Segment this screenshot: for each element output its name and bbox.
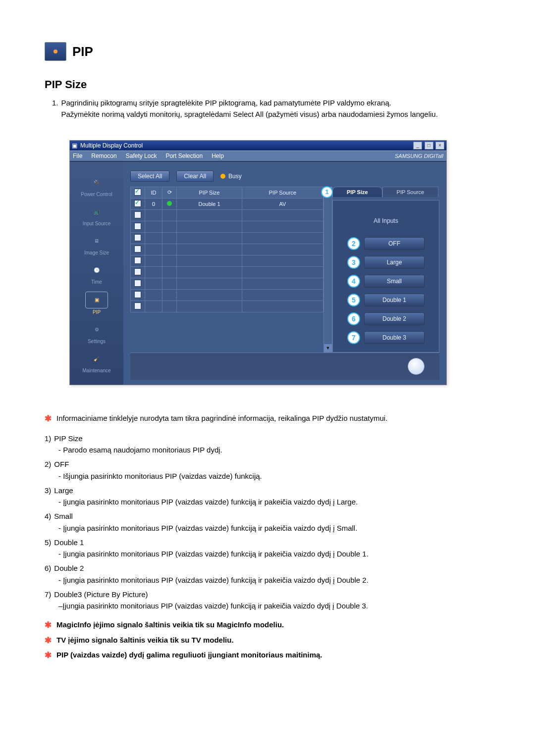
star-icon: ✱: [45, 412, 52, 425]
input-source-icon: 📺: [86, 204, 107, 220]
item-num: 6): [45, 562, 51, 574]
menu-bar: File Remocon Safety Lock Port Selection …: [70, 151, 446, 161]
window-icon: ▣: [72, 142, 77, 149]
option-double3-button[interactable]: Double 3: [364, 331, 425, 344]
col-pip-size: PIP Size: [177, 187, 242, 198]
header-checkbox[interactable]: [134, 189, 141, 196]
sidebar-item-label: Power Control: [74, 192, 119, 197]
callout-6: 6: [347, 312, 360, 325]
sidebar-item-pip[interactable]: ▣ PIP: [74, 292, 119, 315]
sidebar-item-power-control[interactable]: 🔌 Power Control: [74, 175, 119, 197]
row-checkbox[interactable]: [134, 200, 141, 207]
intro-number: 1.: [52, 97, 58, 120]
tab-pip-source[interactable]: PIP Source: [382, 187, 438, 197]
clear-all-button[interactable]: Clear All: [176, 171, 214, 182]
row-checkbox[interactable]: [134, 257, 141, 264]
cell-id: 0: [145, 198, 162, 209]
row-checkbox[interactable]: [134, 280, 141, 287]
item-num: 7): [45, 589, 51, 600]
row-checkbox[interactable]: [134, 234, 141, 241]
note-1: MagicInfo įėjimo signalo šaltinis veikia…: [56, 619, 284, 632]
item-hdr: Double 2: [54, 562, 84, 574]
menu-file[interactable]: File: [73, 152, 82, 159]
sidebar-item-maintenance[interactable]: 🧹 Maintenance: [74, 351, 119, 373]
info-badge-icon: [408, 358, 425, 375]
star-icon: ✱: [45, 619, 52, 632]
maximize-button[interactable]: □: [425, 142, 433, 150]
option-off-button[interactable]: OFF: [364, 237, 425, 250]
sidebar-item-label: PIP: [74, 309, 119, 315]
app-window: ▣ Multiple Display Control _ □ × File Re…: [69, 140, 447, 385]
item-sub: - Įjungia pasirinkto monitoriaus PIP (va…: [58, 522, 357, 534]
intro-line-1: Pagrindinių piktogramų srityje spragtelė…: [61, 97, 438, 108]
sidebar: 🔌 Power Control 📺 Input Source 🖥 Image S…: [70, 162, 123, 385]
callout-1: 1: [321, 186, 333, 198]
window-titlebar: ▣ Multiple Display Control _ □ ×: [70, 141, 446, 151]
tab-pip-size[interactable]: 1 PIP Size: [332, 187, 382, 197]
row-checkbox[interactable]: [134, 291, 141, 298]
intro-line-2: Pažymėkite norimą valdyti monitorių, spr…: [61, 108, 438, 120]
row-checkbox[interactable]: [134, 302, 141, 309]
sidebar-item-input-source[interactable]: 📺 Input Source: [74, 204, 119, 226]
busy-dot-icon: [220, 174, 225, 179]
grid-scrollbar[interactable]: ▲ ▼: [323, 187, 332, 353]
item-num: 4): [45, 510, 51, 522]
table-row[interactable]: [131, 301, 323, 312]
sidebar-item-label: Input Source: [74, 221, 119, 226]
table-row[interactable]: [131, 266, 323, 278]
table-row[interactable]: [131, 209, 323, 221]
menu-port-selection[interactable]: Port Selection: [165, 152, 203, 159]
option-small-button[interactable]: Small: [364, 275, 425, 288]
item-sub: –Įjungia pasirinkto monitoriaus PIP (vai…: [58, 600, 368, 611]
item-hdr: Small: [54, 510, 73, 522]
callout-2: 2: [347, 237, 360, 250]
note-2: TV įėjimo signalo šaltinis veikia tik su…: [56, 634, 234, 647]
item-sub: - Parodo esamą naudojamo monitoriaus PIP…: [58, 444, 222, 455]
sidebar-item-label: Maintenance: [74, 368, 119, 373]
option-double2-button[interactable]: Double 2: [364, 312, 425, 325]
table-row[interactable]: [131, 232, 323, 244]
callout-7: 7: [347, 331, 360, 344]
table-row[interactable]: [131, 255, 323, 266]
section-title: PIP Size: [45, 78, 490, 91]
window-title: Multiple Display Control: [80, 142, 143, 149]
sidebar-item-time[interactable]: 🕓 Time: [74, 262, 119, 285]
table-row[interactable]: [131, 221, 323, 232]
sidebar-item-label: Settings: [74, 339, 119, 344]
status-footer: [130, 353, 439, 380]
menu-safety-lock[interactable]: Safety Lock: [126, 152, 157, 159]
row-checkbox[interactable]: [134, 223, 141, 230]
callout-3: 3: [347, 256, 360, 269]
sidebar-item-image-size[interactable]: 🖥 Image Size: [74, 233, 119, 255]
numbered-list: 1)PIP Size - Parodo esamą naudojamo moni…: [45, 433, 490, 612]
row-checkbox[interactable]: [134, 211, 141, 218]
row-checkbox[interactable]: [134, 246, 141, 252]
table-row[interactable]: [131, 289, 323, 301]
option-large-button[interactable]: Large: [364, 256, 425, 269]
menu-remocon[interactable]: Remocon: [91, 152, 116, 159]
table-row[interactable]: 0 Double 1 AV: [131, 198, 323, 209]
item-sub: - Išjungia pasirinkto monitoriaus PIP (v…: [58, 470, 262, 482]
settings-icon: ⚙: [86, 322, 107, 338]
close-button[interactable]: ×: [435, 142, 444, 150]
row-checkbox[interactable]: [134, 268, 141, 275]
col-pip-source: PIP Source: [242, 187, 323, 198]
sidebar-item-settings[interactable]: ⚙ Settings: [74, 322, 119, 344]
note-3: PIP (vaizdas vaizde) dydį galima reguliu…: [56, 649, 322, 662]
all-inputs-label: All Inputs: [374, 217, 398, 224]
item-hdr: PIP Size: [54, 433, 82, 444]
menu-help[interactable]: Help: [212, 152, 224, 159]
sidebar-item-label: Time: [74, 279, 119, 285]
busy-label: Busy: [228, 173, 242, 180]
table-row[interactable]: [131, 244, 323, 255]
scroll-down-icon[interactable]: ▼: [324, 344, 332, 352]
table-row[interactable]: [131, 278, 323, 289]
item-num: 1): [45, 433, 51, 444]
select-all-button[interactable]: Select All: [130, 171, 169, 182]
tab-label: PIP Source: [397, 189, 424, 195]
minimize-button[interactable]: _: [413, 142, 422, 150]
cell-pip-source: AV: [242, 198, 323, 209]
intro-block: 1. Pagrindinių piktogramų srityje spragt…: [45, 97, 490, 120]
option-double1-button[interactable]: Double 1: [364, 294, 425, 306]
item-num: 2): [45, 458, 51, 470]
